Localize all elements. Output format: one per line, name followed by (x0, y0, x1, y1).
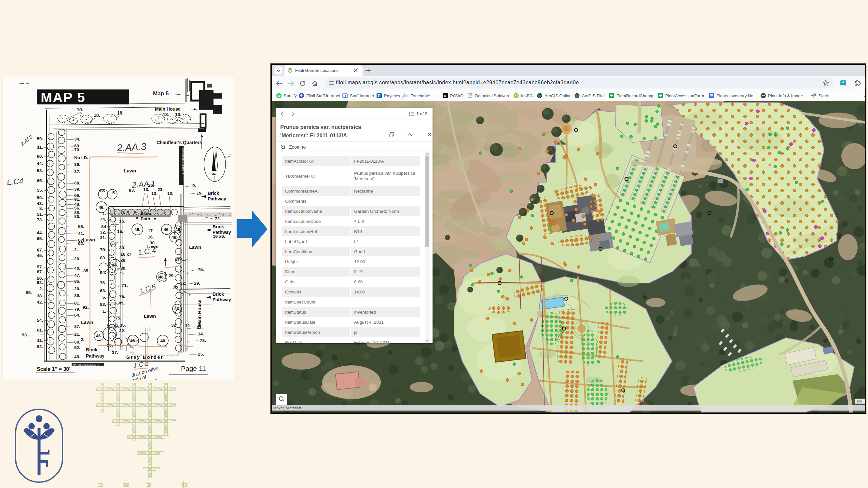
svg-text:32: 32 (173, 285, 178, 290)
svg-text:71.: 71. (119, 301, 125, 306)
svg-text:32.: 32. (100, 230, 106, 234)
svg-text:Grey Border: Grey Border (126, 355, 164, 360)
svg-text:32: 32 (171, 323, 176, 328)
svg-text:15.: 15. (117, 229, 123, 234)
svg-text:Lawn: Lawn (81, 320, 93, 325)
svg-text:44.: 44. (37, 161, 43, 166)
svg-text:24.: 24. (174, 306, 180, 311)
svg-text:2.: 2. (74, 247, 78, 252)
svg-text:Brick: Brick (213, 224, 224, 229)
svg-text:No I.D.: No I.D. (74, 155, 88, 160)
svg-text:27: 27 (175, 257, 180, 262)
svg-text:16 x7: 16 x7 (120, 252, 131, 257)
svg-text:P: P (378, 94, 380, 98)
svg-text:38.: 38. (37, 293, 43, 298)
svg-text:15.: 15. (119, 219, 125, 224)
svg-text:46.: 46. (134, 227, 140, 232)
svg-text:Page 11: Page 11 (181, 365, 206, 372)
svg-text:Pathway: Pathway (213, 297, 231, 302)
svg-text:76.: 76. (100, 281, 106, 285)
svg-text:92.: 92. (83, 305, 89, 310)
svg-text:27.: 27. (112, 350, 118, 355)
svg-text:35: 35 (113, 323, 119, 328)
svg-text:73.: 73. (37, 217, 43, 222)
svg-text:20.: 20. (74, 256, 81, 261)
svg-text:20.: 20. (74, 286, 81, 291)
svg-text:Brick: Brick (213, 292, 224, 297)
svg-text:43.: 43. (37, 201, 43, 206)
svg-text:Scale 1” = 30’: Scale 1” = 30’ (37, 366, 71, 372)
svg-text:25.: 25. (198, 352, 204, 357)
svg-text:A: A (842, 81, 844, 84)
svg-text:8.: 8. (39, 206, 43, 211)
svg-text:MATCH LINE SEE MAP 4: MATCH LINE SEE MAP 4 (182, 148, 184, 174)
svg-text:Path: Path (141, 216, 150, 221)
svg-text:60.: 60. (37, 154, 43, 159)
svg-text:56.: 56. (74, 206, 81, 210)
svg-text:70.: 70. (74, 148, 81, 152)
svg-text:65.: 65. (37, 236, 43, 241)
svg-text:30.: 30. (120, 266, 127, 271)
svg-text:52.: 52. (74, 345, 81, 350)
svg-text:Slate: Slate (141, 211, 151, 216)
svg-text:75.: 75. (119, 294, 125, 299)
svg-text:53.: 53. (37, 168, 43, 173)
svg-text:MATCH LINE SEE MAP 3: MATCH LINE SEE MAP 3 (73, 364, 99, 366)
svg-text:5.: 5. (112, 190, 116, 195)
svg-text:93.: 93. (22, 332, 28, 337)
svg-text:45.: 45. (37, 253, 43, 258)
svg-text:14.: 14. (198, 331, 204, 336)
svg-text:Lawn: Lawn (189, 245, 201, 250)
svg-text:Brick: Brick (208, 191, 219, 196)
svg-text:Main House: Main House (197, 300, 202, 326)
svg-text:44.: 44. (37, 230, 43, 235)
svg-text:59.: 59. (37, 136, 43, 141)
svg-text:10.: 10. (77, 107, 83, 112)
svg-text:89.: 89. (74, 293, 81, 298)
svg-text:1.: 1. (102, 211, 106, 216)
svg-text:32.: 32. (196, 325, 203, 330)
svg-text:54.: 54. (37, 318, 43, 323)
svg-text:35.: 35. (120, 323, 126, 328)
svg-text:41.: 41. (78, 231, 84, 236)
svg-text:79.: 79. (100, 247, 106, 252)
svg-text:18.: 18. (94, 112, 100, 118)
svg-text:6.: 6. (102, 295, 106, 300)
svg-text:91.: 91. (74, 197, 81, 202)
svg-text:49.: 49. (74, 354, 81, 359)
svg-text:L.C4: L.C4 (6, 176, 24, 187)
svg-text:68.: 68. (74, 181, 81, 186)
svg-text:46.: 46. (112, 263, 118, 267)
svg-text:2.: 2. (81, 337, 84, 342)
svg-text:12.: 12. (167, 191, 174, 196)
svg-text:72.: 72. (215, 216, 221, 221)
svg-text:18.: 18. (163, 112, 169, 117)
svg-text:37.: 37. (74, 169, 81, 174)
svg-text:MAP 5: MAP 5 (41, 90, 86, 105)
svg-text:80.: 80. (74, 214, 81, 219)
svg-text:18.: 18. (117, 110, 123, 116)
svg-text:16 x6.: 16 x6. (213, 234, 225, 239)
svg-text:32.: 32. (119, 328, 125, 333)
svg-text:11.: 11. (37, 338, 43, 343)
svg-text:,: , (230, 151, 231, 156)
svg-text:12.: 12. (151, 191, 157, 196)
svg-text:61.: 61. (37, 328, 43, 332)
svg-text:62.: 62. (37, 280, 43, 285)
svg-text:Maxar, Microsoft: Maxar, Microsoft (273, 406, 301, 410)
svg-text:87.: 87. (74, 324, 81, 329)
svg-text:29.: 29. (168, 273, 175, 278)
svg-text:46.: 46. (99, 188, 105, 193)
svg-text:10.: 10. (175, 112, 181, 117)
svg-text:75.: 75. (115, 316, 121, 321)
svg-text:86.: 86. (74, 279, 81, 284)
svg-text:29.: 29. (194, 281, 200, 286)
svg-text:23.: 23. (157, 187, 164, 192)
svg-text:74.: 74. (100, 217, 106, 222)
svg-text:87.: 87. (37, 248, 43, 253)
svg-text:65.: 65. (37, 178, 43, 183)
svg-text:79.: 79. (74, 307, 81, 312)
svg-text:46.: 46. (96, 333, 102, 338)
svg-text:32.: 32. (180, 281, 186, 286)
svg-text:21.: 21. (74, 332, 81, 337)
